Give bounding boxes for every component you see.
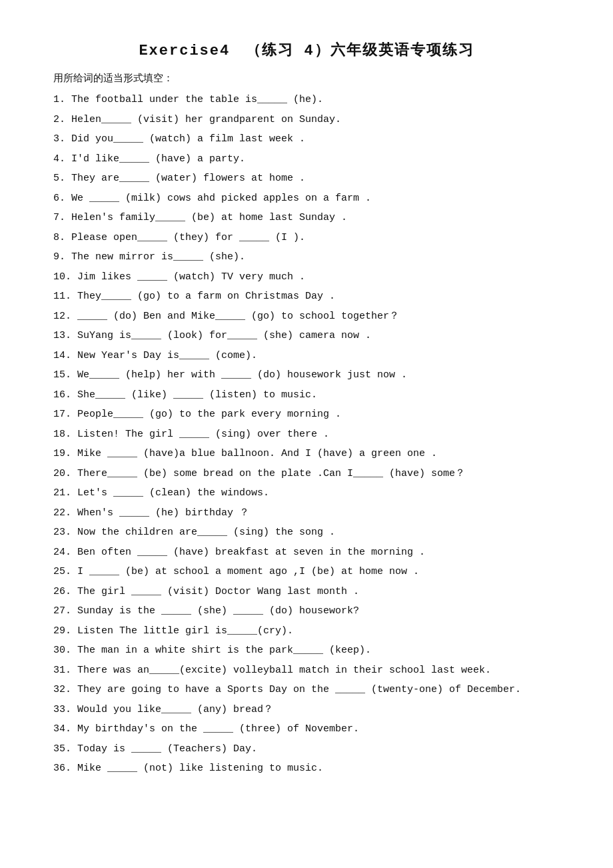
list-item: 27. Sunday is the _____ (she) _____ (do)… [53, 603, 560, 620]
list-item: 5. They are_____ (water) flowers at home… [53, 170, 560, 187]
list-item: 6. We _____ (milk) cows ahd picked apple… [53, 190, 560, 207]
list-item: 21. Let's _____ (clean) the windows. [53, 485, 560, 502]
list-item: 30. The man in a white shirt is the park… [53, 642, 560, 659]
list-item: 4. I'd like_____ (have) a party. [53, 151, 560, 168]
list-item: 10. Jim likes _____ (watch) TV very much… [53, 269, 560, 286]
exercise-list: 1. The football under the table is_____ … [53, 91, 560, 777]
list-item: 34. My birthday's on the _____ (three) o… [53, 721, 560, 738]
list-item: 32. They are going to have a Sports Day … [53, 681, 560, 699]
list-item: 25. I _____ (be) at school a moment ago … [53, 563, 560, 581]
list-item: 16. She_____ (like) _____ (listen) to mu… [53, 387, 560, 404]
list-item: 11. They_____ (go) to a farm on Christma… [53, 288, 560, 305]
list-item: 13. SuYang is_____ (look) for_____ (she)… [53, 327, 560, 345]
list-item: 26. The girl _____ (visit) Doctor Wang l… [53, 583, 560, 601]
list-item: 9. The new mirror is_____ (she). [53, 249, 560, 266]
list-item: 31. There was an_____(excite) volleyball… [53, 662, 560, 679]
list-item: 2. Helen_____ (visit) her grandparent on… [53, 111, 560, 129]
list-item: 18. Listen! The girl _____ (sing) over t… [53, 426, 560, 443]
list-item: 8. Please open_____ (they) for _____ (I … [53, 229, 560, 247]
page-title: Exercise4 （练习 4）六年级英语专项练习 [53, 40, 560, 60]
list-item: 29. Listen The little girl is_____(cry). [53, 623, 560, 640]
list-item: 12. _____ (do) Ben and Mike_____ (go) to… [53, 308, 560, 325]
list-item: 14. New Year's Day is_____ (come). [53, 347, 560, 365]
list-item: 33. Would you like_____ (any) bread？ [53, 701, 560, 719]
list-item: 7. Helen's family_____ (be) at home last… [53, 209, 560, 227]
list-item: 1. The football under the table is_____ … [53, 91, 560, 109]
list-item: 36. Mike _____ (not) like listening to m… [53, 760, 560, 777]
list-item: 23. Now the children are_____ (sing) the… [53, 524, 560, 541]
list-item: 17. People_____ (go) to the park every m… [53, 406, 560, 423]
list-item: 22. When's _____ (he) birthday ？ [53, 505, 560, 522]
list-item: 20. There_____ (be) some bread on the pl… [53, 465, 560, 483]
list-item: 35. Today is _____ (Teachers) Day. [53, 741, 560, 758]
list-item: 3. Did you_____ (watch) a film last week… [53, 131, 560, 148]
instruction: 用所给词的适当形式填空： [53, 72, 560, 85]
list-item: 19. Mike _____ (have)a blue ballnoon. An… [53, 445, 560, 463]
list-item: 15. We_____ (help) her with _____ (do) h… [53, 367, 560, 384]
list-item: 24. Ben often _____ (have) breakfast at … [53, 544, 560, 561]
